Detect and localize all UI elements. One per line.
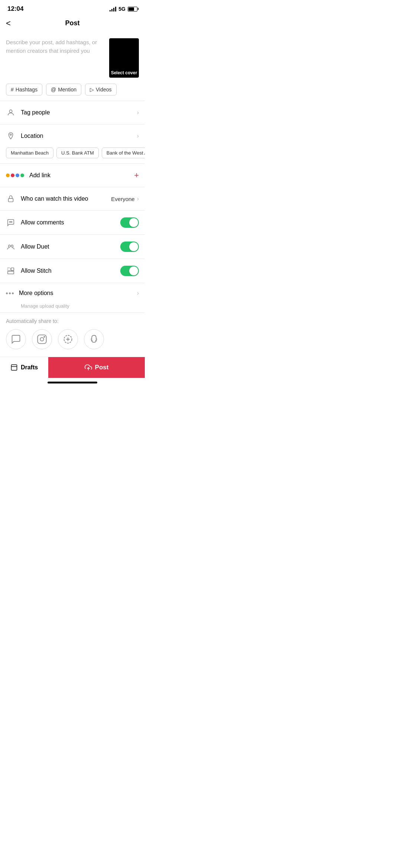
svg-point-12 [40, 337, 43, 341]
tag-people-label: Tag people [21, 109, 50, 116]
allow-duet-label: Allow Duet [21, 243, 49, 250]
svg-rect-17 [11, 365, 17, 370]
allow-duet-row: Allow Duet [0, 234, 145, 259]
comment-icon [6, 218, 16, 227]
share-label: Automatically share to: [6, 318, 139, 324]
home-bar [48, 382, 97, 383]
allow-stitch-row: Allow Stitch [0, 259, 145, 283]
svg-rect-11 [38, 335, 46, 343]
post-label: Post [95, 364, 109, 371]
status-icons: 5G [110, 6, 137, 12]
who-can-watch-value: Everyone [111, 196, 134, 202]
mention-icon: @ [51, 87, 56, 93]
drafts-label: Drafts [21, 364, 38, 371]
back-button[interactable]: < [6, 19, 11, 28]
who-can-watch-row[interactable]: Who can watch this video Everyone › [0, 187, 145, 210]
svg-point-4 [10, 221, 11, 222]
hashtag-icon: # [11, 87, 14, 93]
status-time: 12:04 [7, 5, 23, 13]
location-tag-bankwest[interactable]: Bank of the West ATM [102, 148, 145, 158]
svg-point-6 [9, 245, 10, 247]
allow-duet-toggle[interactable] [120, 242, 139, 252]
share-messages-button[interactable] [6, 329, 26, 349]
drafts-icon [10, 364, 18, 371]
location-tag-manhattan[interactable]: Manhattan Beach [6, 148, 53, 158]
location-icon [6, 131, 16, 141]
video-thumbnail[interactable]: Select cover [109, 38, 139, 78]
allow-stitch-label: Allow Stitch [21, 268, 52, 274]
share-section: Automatically share to: [0, 312, 145, 353]
post-button[interactable]: Post [48, 357, 145, 378]
select-cover-label: Select cover [111, 70, 137, 75]
share-icons-row [6, 329, 139, 349]
share-instagram-button[interactable] [32, 329, 52, 349]
bottom-bar: Drafts Post [0, 357, 145, 378]
who-can-watch-label: Who can watch this video [21, 195, 88, 202]
chevron-right-icon: › [137, 133, 139, 139]
stitch-icon [6, 266, 16, 276]
allow-comments-toggle[interactable] [120, 217, 139, 228]
status-bar: 12:04 5G [0, 0, 145, 16]
chevron-right-icon: › [137, 109, 139, 116]
lock-icon [6, 194, 16, 204]
page-title: Post [65, 19, 79, 27]
mention-button[interactable]: @ Mention [46, 84, 81, 95]
mention-label: Mention [58, 87, 76, 93]
signal-icon [110, 6, 116, 12]
svg-point-1 [10, 134, 12, 136]
svg-rect-8 [8, 268, 10, 271]
duet-icon [6, 242, 16, 252]
home-indicator [0, 378, 145, 386]
share-tiktokplus-button[interactable] [58, 329, 78, 349]
drafts-button[interactable]: Drafts [0, 357, 48, 378]
location-tags-row: Manhattan Beach U.S. Bank ATM Bank of th… [0, 148, 145, 163]
add-link-label: Add link [29, 172, 50, 179]
post-area: Describe your post, add hashtags, or men… [0, 32, 145, 82]
location-tag-usbank[interactable]: U.S. Bank ATM [56, 148, 99, 158]
location-row[interactable]: Location › [0, 124, 145, 148]
svg-point-7 [11, 245, 13, 247]
videos-label: Videos [96, 87, 112, 93]
svg-rect-2 [9, 198, 13, 202]
link-dots-icon [6, 174, 24, 177]
play-icon: ▷ [90, 87, 94, 93]
svg-rect-9 [11, 268, 14, 271]
svg-rect-10 [8, 271, 14, 274]
battery-icon [128, 7, 137, 12]
location-label: Location [21, 133, 43, 139]
hashtags-label: Hashtags [16, 87, 38, 93]
allow-comments-row: Allow comments [0, 210, 145, 234]
more-dots-icon [6, 292, 14, 294]
videos-button[interactable]: ▷ Videos [85, 84, 117, 95]
post-description-area[interactable]: Describe your post, add hashtags, or men… [6, 38, 105, 55]
manage-upload-text: Manage upload quality [0, 303, 145, 312]
add-link-row[interactable]: Add link + [0, 163, 145, 187]
plus-icon: + [134, 171, 139, 180]
allow-comments-label: Allow comments [21, 219, 64, 226]
tag-buttons-row: # Hashtags @ Mention ▷ Videos [0, 82, 145, 101]
more-options-row[interactable]: More options › [0, 283, 145, 303]
allow-stitch-toggle[interactable] [120, 266, 139, 276]
svg-point-5 [12, 221, 12, 222]
share-snapchat-button[interactable] [84, 329, 104, 349]
svg-point-0 [9, 110, 12, 113]
chevron-right-icon: › [137, 195, 139, 202]
tag-people-row[interactable]: Tag people › [0, 101, 145, 124]
network-label: 5G [118, 6, 125, 12]
post-placeholder: Describe your post, add hashtags, or men… [6, 39, 97, 54]
upload-icon [85, 364, 92, 371]
more-options-label: More options [19, 290, 53, 297]
hashtags-button[interactable]: # Hashtags [6, 84, 42, 95]
svg-point-13 [44, 336, 45, 337]
person-icon [6, 108, 16, 117]
header: < Post [0, 16, 145, 32]
svg-point-3 [9, 221, 10, 222]
chevron-right-icon: › [137, 290, 139, 297]
